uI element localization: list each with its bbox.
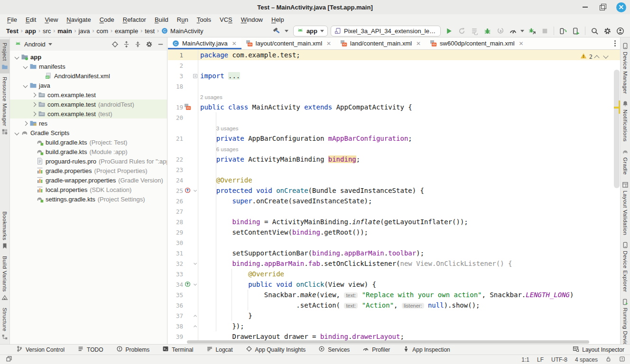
- status-4-spaces[interactable]: 4 spaces: [575, 356, 598, 363]
- close-icon[interactable]: ✕: [416, 40, 421, 47]
- editor-gutter[interactable]: 23: [168, 164, 198, 175]
- tool-stripe-build-variants[interactable]: Build Variants: [0, 253, 9, 304]
- editor-gutter[interactable]: 34: [168, 279, 198, 290]
- tree-item-gradle-wrapper-properties-gradle-version[interactable]: gradle-wrapper.properties(Gradle Version…: [10, 175, 167, 185]
- related-xml-icon[interactable]: <>: [184, 103, 192, 111]
- debug-button[interactable]: [482, 26, 492, 36]
- fold-marker-icon[interactable]: [192, 72, 198, 80]
- tool-window-button-todo[interactable]: TODO: [77, 346, 103, 354]
- run-configuration-select[interactable]: app: [293, 26, 328, 36]
- tree-item-settings-gradle-kts-project-settings[interactable]: settings.gradle.kts(Project Settings): [10, 194, 167, 204]
- editor-gutter[interactable]: 37: [168, 310, 198, 321]
- editor-gutter[interactable]: 26: [168, 196, 198, 206]
- collapse-all-button[interactable]: [134, 40, 141, 48]
- tool-stripe-device-manager[interactable]: Device Manager: [621, 39, 630, 97]
- chevron-expanded-icon[interactable]: [22, 82, 28, 89]
- editor-gutter[interactable]: 32: [168, 258, 198, 269]
- tool-stripe-resource-manager[interactable]: Resource Manager: [0, 73, 9, 138]
- tool-stripe-notifications[interactable]: Notifications: [621, 97, 630, 145]
- sync-project-button[interactable]: [558, 26, 568, 36]
- tree-item-local-properties-sdk-location[interactable]: local.properties(SDK Location): [10, 185, 167, 194]
- editor-gutter[interactable]: 22: [168, 154, 198, 164]
- breadcrumb-item-main[interactable]: main: [56, 27, 73, 35]
- device-select[interactable]: Pixel_3a_API_34_extension_level…: [331, 26, 441, 36]
- breadcrumb-item-com[interactable]: com: [95, 27, 110, 35]
- tool-window-button-app-inspection[interactable]: App Inspection: [403, 346, 450, 354]
- code-editor[interactable]: 1package com.example.test;23import ...18…: [168, 50, 620, 344]
- horizontal-scrollbar[interactable]: [187, 340, 589, 344]
- editor-gutter[interactable]: [168, 91, 198, 102]
- fold-marker-icon[interactable]: [192, 187, 198, 194]
- profile-button[interactable]: [508, 26, 518, 36]
- editor-gutter[interactable]: 20: [168, 112, 198, 123]
- locate-file-button[interactable]: [111, 40, 119, 48]
- tree-item-res[interactable]: res: [10, 118, 167, 128]
- status-lf[interactable]: LF: [537, 356, 544, 363]
- warning-stripe-mark[interactable]: [614, 107, 620, 109]
- tool-stripe-gradle[interactable]: Gradle: [621, 145, 630, 178]
- editor-gutter[interactable]: 36: [168, 300, 198, 310]
- prev-problem-icon[interactable]: [594, 55, 599, 60]
- breadcrumb-item-test[interactable]: Test: [5, 27, 20, 35]
- tool-window-layout-icon[interactable]: [6, 355, 12, 364]
- menu-run[interactable]: Run: [173, 15, 193, 24]
- editor-gutter[interactable]: 18: [168, 81, 198, 91]
- editor-gutter[interactable]: 35: [168, 290, 198, 300]
- tool-window-button-app-quality-insights[interactable]: App Quality Insights: [246, 346, 306, 354]
- tool-stripe-layout-validation[interactable]: Layout Validation: [621, 178, 630, 238]
- editor-gutter[interactable]: 27: [168, 206, 198, 217]
- fold-marker-icon[interactable]: [192, 260, 198, 267]
- search-everywhere-button[interactable]: [589, 26, 600, 36]
- vertical-scrollbar[interactable]: [614, 70, 620, 188]
- editor-gutter[interactable]: 1: [168, 50, 198, 60]
- menu-view[interactable]: View: [40, 15, 62, 24]
- tree-item-com-example-test-androidtest[interactable]: com.example.test(androidTest): [10, 100, 167, 109]
- menu-file[interactable]: File: [3, 15, 21, 24]
- restore-button[interactable]: [598, 2, 608, 12]
- usages-inlay-hint[interactable]: 2 usages: [200, 94, 222, 100]
- menu-code[interactable]: Code: [95, 15, 119, 24]
- menu-navigate[interactable]: Navigate: [62, 15, 95, 24]
- tab-mainactivity-java[interactable]: CMainActivity.java✕: [168, 37, 241, 49]
- editor-gutter[interactable]: 25: [168, 185, 198, 196]
- tree-item-build-gradle-kts-module-app[interactable]: build.gradle.kts(Module :app): [10, 147, 167, 156]
- menu-vcs[interactable]: VCS: [215, 15, 237, 24]
- editor-gutter[interactable]: 21: [168, 133, 198, 144]
- menu-window[interactable]: Window: [237, 15, 267, 24]
- settings-button[interactable]: [602, 26, 612, 36]
- tool-stripe-device-explorer[interactable]: Device Explorer: [621, 238, 630, 295]
- notifications-icon[interactable]: [619, 356, 625, 364]
- inspection-widget[interactable]: 2: [580, 53, 608, 61]
- breadcrumb-item-app[interactable]: app: [24, 27, 37, 35]
- editor-gutter[interactable]: 3: [168, 71, 198, 81]
- account-button[interactable]: [615, 26, 625, 36]
- tree-item-manifests[interactable]: manifests: [10, 62, 167, 71]
- chevron-collapsed-icon[interactable]: [22, 120, 28, 127]
- close-icon[interactable]: ✕: [519, 40, 524, 47]
- tool-window-button-layout-inspector[interactable]: Layout Inspector: [573, 346, 624, 354]
- tree-item-androidmanifest-xml[interactable]: MFAndroidManifest.xml: [10, 71, 167, 81]
- editor-gutter[interactable]: 24: [168, 175, 198, 185]
- menu-edit[interactable]: Edit: [21, 15, 40, 24]
- tool-window-button-logcat[interactable]: Logcat: [206, 346, 233, 354]
- chevron-expanded-icon[interactable]: [22, 64, 28, 70]
- next-problem-icon[interactable]: [603, 53, 608, 58]
- tree-item-build-gradle-kts-project-test[interactable]: build.gradle.kts(Project: Test): [10, 137, 167, 147]
- editor-gutter[interactable]: [168, 123, 198, 133]
- tab-layout-content-main-xml[interactable]: <>layout/content_main.xml✕: [241, 37, 336, 49]
- panel-settings-button[interactable]: [145, 40, 153, 48]
- menu-help[interactable]: Help: [267, 15, 288, 24]
- expand-all-button[interactable]: [122, 40, 130, 48]
- editor-gutter[interactable]: 28: [168, 217, 198, 227]
- tool-window-button-terminal[interactable]: Terminal: [162, 346, 193, 354]
- editor-gutter[interactable]: 31: [168, 248, 198, 258]
- chevron-collapsed-icon[interactable]: [31, 101, 37, 108]
- build-dropdown-icon[interactable]: [285, 30, 288, 32]
- close-icon[interactable]: ✕: [232, 40, 237, 47]
- close-button[interactable]: [616, 2, 626, 12]
- status-1-1[interactable]: 1:1: [521, 356, 529, 363]
- menu-refactor[interactable]: Refactor: [119, 15, 150, 24]
- tool-stripe-project[interactable]: Project: [0, 39, 9, 73]
- usages-inlay-hint[interactable]: 6 usages: [200, 146, 238, 152]
- tree-item-com-example-test[interactable]: com.example.test: [10, 90, 167, 100]
